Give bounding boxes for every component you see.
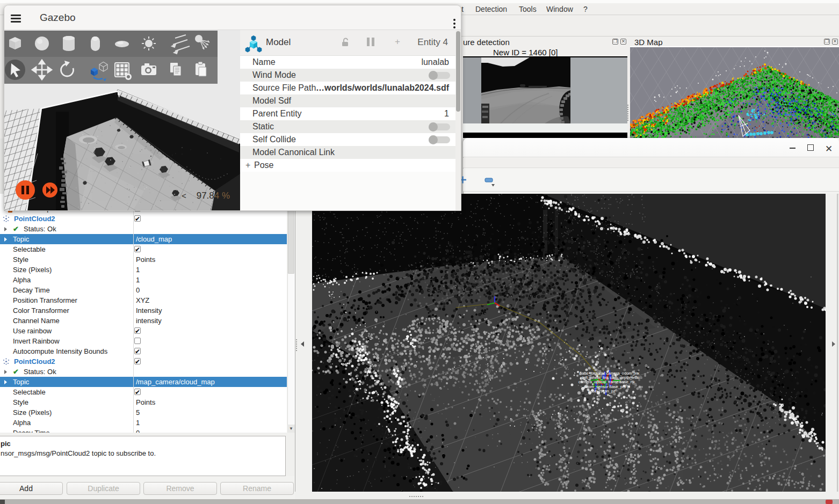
svg-text:base_rscan_pz: base_rscan_pz: [588, 389, 616, 393]
svg-text:camera_optical_frame base_rtk: camera_optical_frame base_rtk: [578, 379, 635, 384]
